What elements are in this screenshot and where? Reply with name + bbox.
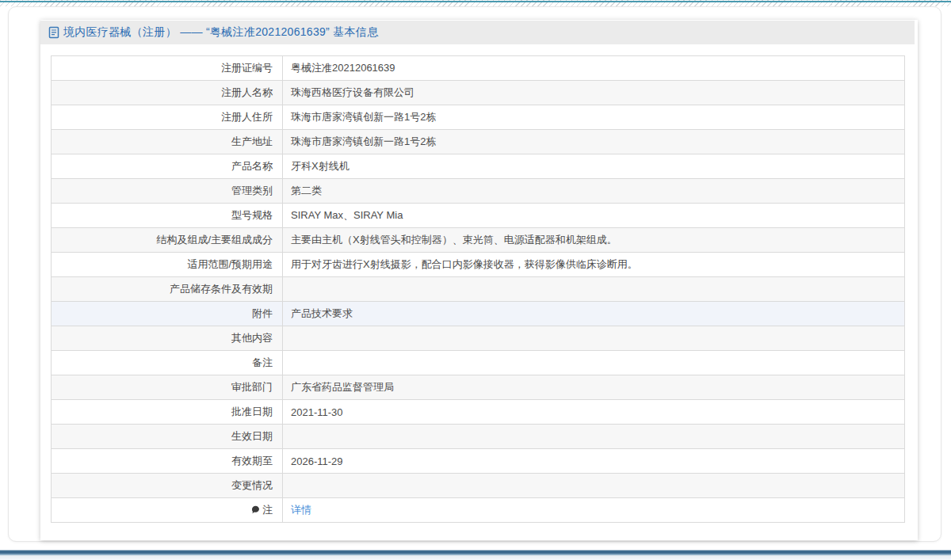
comment-icon [251, 505, 260, 516]
table-row: 附件 产品技术要求 [52, 302, 905, 326]
row-label: 型号规格 [231, 209, 273, 221]
row-value: 珠海市唐家湾镇创新一路1号2栋 [283, 130, 905, 154]
table-row: 审批部门 广东省药品监督管理局 [52, 375, 905, 400]
row-value: 珠海市唐家湾镇创新一路1号2栋 [283, 105, 905, 130]
row-value: 牙科X射线机 [283, 154, 905, 179]
row-label: 产品名称 [231, 160, 273, 172]
table-row: 生产地址 珠海市唐家湾镇创新一路1号2栋 [52, 130, 905, 154]
row-label: 其他内容 [231, 332, 273, 344]
row-label: 批准日期 [231, 406, 273, 417]
row-value: 产品技术要求 [283, 302, 905, 326]
title-bar: 境内医疗器械（注册） —— “粤械注准20212061639” 基本信息 [40, 21, 915, 44]
row-value: 详情 [283, 498, 905, 523]
table-row: 适用范围/预期用途 用于对牙齿进行X射线摄影，配合口内影像接收器，获得影像供临床… [52, 253, 905, 277]
row-label: 有效期至 [231, 455, 273, 467]
content-panel: 境内医疗器械（注册） —— “粤械注准20212061639” 基本信息 注册证… [40, 20, 918, 540]
row-label: 注册人名称 [221, 86, 273, 98]
table-row: 产品名称 牙科X射线机 [52, 154, 905, 179]
row-value [283, 474, 905, 498]
table-row: 批准日期 2021-11-30 [52, 400, 905, 425]
table-row: 其他内容 [52, 326, 905, 351]
page-card: 境内医疗器械（注册） —— “粤械注准20212061639” 基本信息 注册证… [8, 6, 941, 542]
row-label: 审批部门 [231, 381, 273, 393]
page-title: 境内医疗器械（注册） —— “粤械注准20212061639” 基本信息 [63, 25, 378, 40]
row-label: 生产地址 [231, 135, 273, 147]
row-label: 附件 [252, 307, 273, 319]
table-row: 管理类别 第二类 [52, 179, 905, 204]
table-row: 备注 [52, 351, 905, 375]
row-label: 注册人住所 [221, 111, 273, 123]
row-label: 注 [262, 504, 273, 516]
row-value: 第二类 [283, 179, 905, 204]
row-label: 注册证编号 [221, 62, 273, 74]
top-decorative-band [0, 0, 951, 6]
row-value [283, 326, 905, 351]
table-row: 型号规格 SIRAY Max、SIRAY Mia [52, 204, 905, 228]
document-icon [48, 26, 59, 39]
row-value: 2026-11-29 [283, 449, 905, 474]
row-value: 2021-11-30 [283, 400, 905, 425]
registration-info-table: 注册证编号 粤械注准20212061639 注册人名称 珠海西格医疗设备有限公司… [51, 55, 905, 523]
row-label: 产品储存条件及有效期 [170, 283, 273, 295]
registration-table-body: 注册证编号 粤械注准20212061639 注册人名称 珠海西格医疗设备有限公司… [52, 56, 905, 523]
table-row: 注册人住所 珠海市唐家湾镇创新一路1号2栋 [52, 105, 905, 130]
row-label: 管理类别 [231, 185, 273, 196]
table-row: 注册证编号 粤械注准20212061639 [52, 56, 905, 81]
teal-rule [0, 1, 951, 2]
table-row: 结构及组成/主要组成成分 主要由主机（X射线管头和控制器）、束光筒、电源适配器和… [52, 228, 905, 253]
row-label: 结构及组成/主要组成成分 [156, 234, 273, 246]
table-row: 有效期至 2026-11-29 [52, 449, 905, 474]
row-value: 粤械注准20212061639 [283, 56, 905, 81]
row-label: 适用范围/预期用途 [187, 258, 273, 270]
row-value: SIRAY Max、SIRAY Mia [283, 204, 905, 228]
detail-link[interactable]: 详情 [291, 504, 311, 516]
row-label: 变更情况 [231, 479, 273, 491]
row-value: 广东省药品监督管理局 [283, 375, 905, 400]
row-value: 主要由主机（X射线管头和控制器）、束光筒、电源适配器和机架组成。 [283, 228, 905, 253]
table-row: 生效日期 [52, 425, 905, 449]
row-value: 用于对牙齿进行X射线摄影，配合口内影像接收器，获得影像供临床诊断用。 [283, 253, 905, 277]
row-value [283, 425, 905, 449]
row-value [283, 277, 905, 302]
row-value [283, 351, 905, 375]
row-label: 备注 [252, 356, 273, 368]
row-label: 生效日期 [231, 430, 273, 442]
table-row: 产品储存条件及有效期 [52, 277, 905, 302]
table-row: 注册人名称 珠海西格医疗设备有限公司 [52, 81, 905, 105]
bottom-decorative-band [0, 550, 951, 560]
table-row: 注 详情 [52, 498, 905, 523]
row-value: 珠海西格医疗设备有限公司 [283, 81, 905, 105]
table-row: 变更情况 [52, 474, 905, 498]
